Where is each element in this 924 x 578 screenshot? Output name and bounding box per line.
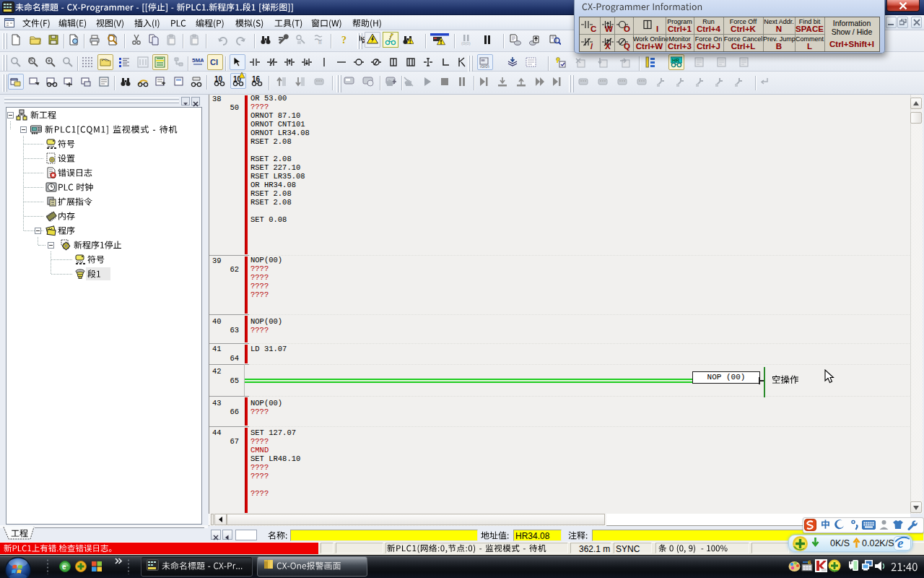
- svg-text:B: B: [318, 40, 322, 45]
- svg-text:?: ?: [341, 35, 346, 46]
- svg-text:(0(0): (0(0): [480, 64, 489, 69]
- svg-text:CI: CI: [210, 58, 218, 66]
- svg-text:6: 6: [808, 560, 811, 566]
- svg-text:(0(0): (0(0): [461, 41, 471, 46]
- svg-text:5MA: 5MA: [192, 57, 204, 64]
- svg-text:e: e: [62, 563, 66, 571]
- svg-text:HR: HR: [672, 58, 679, 63]
